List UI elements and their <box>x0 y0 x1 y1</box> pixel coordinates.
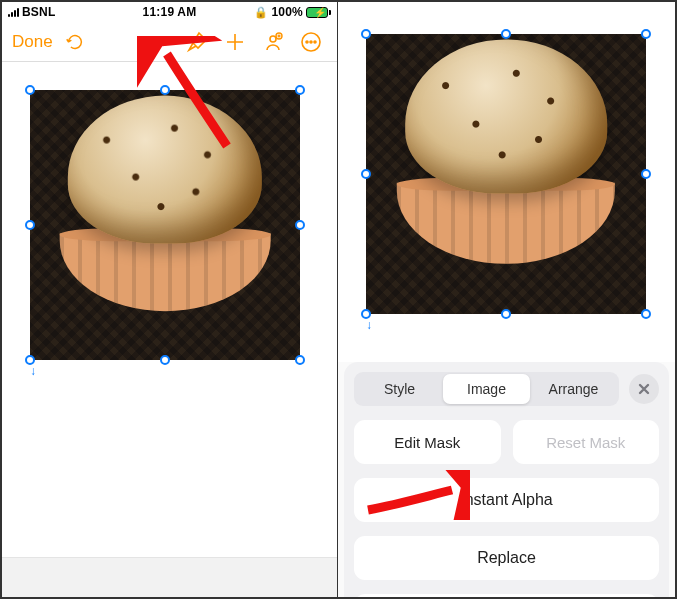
instant-alpha-button[interactable]: Instant Alpha <box>354 478 659 522</box>
resize-handle[interactable] <box>295 355 305 365</box>
cupcake-photo <box>366 34 646 314</box>
resize-handle[interactable] <box>641 309 651 319</box>
resize-handle[interactable] <box>361 29 371 39</box>
tab-image[interactable]: Image <box>443 374 530 404</box>
replace-button[interactable]: Replace <box>354 536 659 580</box>
close-icon <box>637 382 651 396</box>
undo-icon <box>64 31 86 53</box>
svg-point-0 <box>270 36 276 42</box>
resize-handle[interactable] <box>295 220 305 230</box>
carrier-label: BSNL <box>22 5 55 19</box>
signal-icon <box>8 7 19 17</box>
selected-image[interactable]: ↓ <box>366 34 646 314</box>
reset-mask-button[interactable]: Reset Mask <box>513 420 660 464</box>
toolbar: Done <box>2 22 337 62</box>
description-button[interactable]: Description <box>354 594 659 599</box>
collaborate-button[interactable] <box>257 26 289 58</box>
resize-handle[interactable] <box>25 220 35 230</box>
anchor-indicator: ↓ <box>366 318 372 332</box>
resize-handle[interactable] <box>25 355 35 365</box>
collaborate-icon <box>261 30 285 54</box>
svg-point-3 <box>306 41 308 43</box>
add-button[interactable] <box>219 26 251 58</box>
status-bar: BSNL 11:19 AM 🔒 100% ⚡ <box>2 2 337 22</box>
tab-style[interactable]: Style <box>356 374 443 404</box>
resize-handle[interactable] <box>160 85 170 95</box>
battery-pct: 100% <box>272 5 304 19</box>
resize-handle[interactable] <box>361 309 371 319</box>
selected-image[interactable]: ↓ <box>30 90 300 360</box>
svg-point-4 <box>310 41 312 43</box>
plus-icon <box>223 30 247 54</box>
resize-handle[interactable] <box>361 169 371 179</box>
canvas[interactable]: ↓ <box>2 62 337 557</box>
edit-mask-button[interactable]: Edit Mask <box>354 420 501 464</box>
rotation-lock-icon: 🔒 <box>254 6 268 19</box>
resize-handle[interactable] <box>641 29 651 39</box>
undo-button[interactable] <box>59 26 91 58</box>
more-icon <box>299 30 323 54</box>
resize-handle[interactable] <box>501 29 511 39</box>
anchor-indicator: ↓ <box>30 364 36 378</box>
resize-handle[interactable] <box>295 85 305 95</box>
resize-handle[interactable] <box>25 85 35 95</box>
done-button[interactable]: Done <box>12 26 53 58</box>
svg-point-5 <box>314 41 316 43</box>
close-button[interactable] <box>629 374 659 404</box>
paintbrush-icon <box>185 30 209 54</box>
left-screenshot: BSNL 11:19 AM 🔒 100% ⚡ Done <box>2 2 338 597</box>
tab-arrange[interactable]: Arrange <box>530 374 617 404</box>
tab-segmented-control[interactable]: Style Image Arrange <box>354 372 619 406</box>
keyboard-accessory <box>2 557 337 597</box>
resize-handle[interactable] <box>160 355 170 365</box>
format-panel: Style Image Arrange Edit Mask Reset Mask… <box>344 362 669 597</box>
resize-handle[interactable] <box>641 169 651 179</box>
format-brush-button[interactable] <box>181 26 213 58</box>
canvas[interactable]: ↓ <box>338 2 675 362</box>
right-screenshot: ↓ Style Image Arrange Edit Mask Reset Ma <box>338 2 675 597</box>
resize-handle[interactable] <box>501 309 511 319</box>
battery-icon: ⚡ <box>306 7 331 18</box>
more-button[interactable] <box>295 26 327 58</box>
cupcake-photo <box>30 90 300 360</box>
